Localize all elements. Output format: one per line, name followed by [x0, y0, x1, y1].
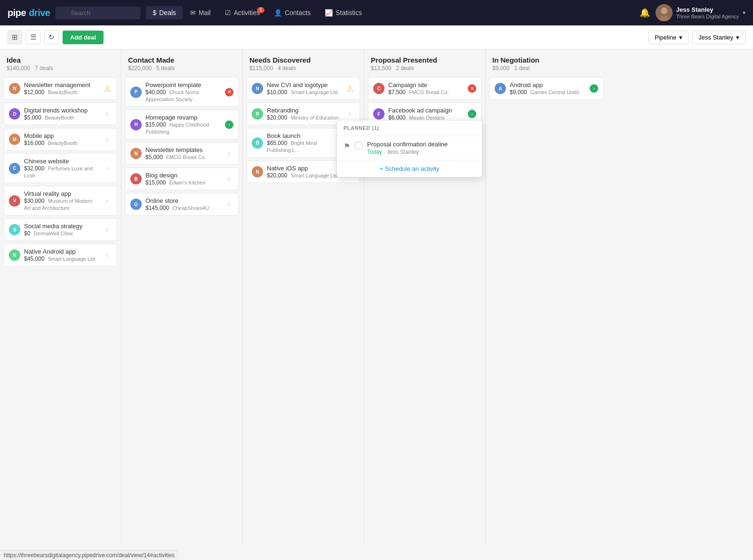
deal-card-19[interactable]: A Android app $9,000 Games Central Unitd…: [489, 77, 603, 100]
activity-today: Today: [367, 149, 382, 155]
green-circle-icon: ›: [225, 120, 233, 129]
warning-icon: ⚠: [345, 84, 355, 93]
card-title: Social media strategy: [24, 223, 99, 230]
card-title: Native Android app: [24, 248, 99, 255]
deal-card-4[interactable]: C Chinese website $32,000 Perfumes Luxe …: [4, 153, 117, 183]
nav-item-activities[interactable]: ☑ Activities 5: [218, 6, 266, 19]
card-company: Smart Language Ltd: [291, 89, 338, 95]
kanban-view-button[interactable]: ⊞: [8, 30, 22, 44]
card-price-company: $16,000 BeautyBooth: [24, 139, 99, 146]
card-body: Digital trends workshop $5,000 BeautyBoo…: [24, 107, 99, 121]
avatar-image: [656, 4, 673, 21]
mail-icon: ✉: [190, 9, 196, 16]
col-title-contact_made: Contact Made: [128, 56, 236, 64]
user-menu[interactable]: Jess Stanley Three Bears Digital Agency …: [656, 4, 745, 21]
activity-title: Proposal confirmation dealine: [367, 141, 475, 148]
nav-item-statistics[interactable]: 📈 Statistics: [318, 6, 368, 19]
deal-card-7[interactable]: N Native Android app $45,000 Smart Langu…: [4, 244, 117, 266]
card-body: Virtual reality app $30,000 Museum of Mo…: [24, 190, 99, 211]
card-body: Native iOS app $20,000 Smart Language Lt…: [267, 165, 342, 179]
card-title: Mobile app: [24, 132, 99, 139]
card-price-company: $20,000 Ministry of Education: [267, 114, 342, 121]
deal-card-9[interactable]: H Homepage revamp $15,000 Happy Childhoo…: [125, 110, 239, 139]
card-title: Online store: [145, 197, 220, 204]
card-avatar: B: [130, 173, 142, 184]
nav-item-mail[interactable]: ✉ Mail: [184, 6, 217, 19]
nav-items: $ Deals ✉ Mail ☑ Activities 5 👤 Contacts…: [146, 6, 637, 19]
deal-card-13[interactable]: N New CVI and logotype $10,000 Smart Lan…: [247, 77, 360, 100]
card-title: Rebranding: [267, 107, 342, 114]
nav-contacts-label: Contacts: [285, 9, 311, 16]
pipeline-filter-label: Pipeline: [655, 34, 676, 41]
card-company: DermaWell Clinic: [34, 231, 73, 236]
user-filter[interactable]: Jess Stanley ▾: [692, 31, 745, 44]
toolbar-filters: Pipeline ▾ Jess Stanley ▾: [649, 31, 745, 44]
card-company: Smart Language Ltd: [48, 256, 95, 262]
deal-card-12[interactable]: O Online store $145,000 CheapShoes4U ›: [125, 193, 239, 216]
popup-activity-item: ⚑ Proposal confirmation dealine Today · …: [337, 136, 482, 160]
notification-bell[interactable]: 🔔: [640, 8, 650, 18]
deal-card-3[interactable]: M Mobile app $16,000 BeautyBooth ›: [4, 128, 117, 151]
card-price: $45,000: [24, 256, 44, 262]
card-avatar: V: [9, 195, 20, 207]
card-body: Native Android app $45,000 Smart Languag…: [24, 248, 99, 262]
card-body: Powerpoint template $40,000 Chuck Norris…: [145, 81, 221, 103]
deal-card-1[interactable]: N Newsletter management $12,000 BeautyBo…: [4, 77, 117, 100]
deal-card-2[interactable]: D Digital trends workshop $5,000 BeautyB…: [4, 103, 117, 125]
warning-icon: ⚠: [103, 84, 112, 93]
card-body: Social media strategy $0 DermaWell Clini…: [24, 223, 99, 237]
card-avatar: N: [9, 83, 20, 94]
arrow-icon: ›: [103, 109, 112, 119]
logo-drive: drive: [29, 8, 50, 18]
card-body: Book launch $65,000 Bright Mind Publishi…: [267, 132, 342, 153]
card-price: $5,000: [24, 114, 41, 121]
deal-card-6[interactable]: S Social media strategy $0 DermaWell Cli…: [4, 218, 117, 241]
card-price: $20,000: [267, 172, 287, 179]
card-avatar: C: [9, 163, 20, 174]
card-avatar: R: [252, 108, 263, 120]
card-title: New CVI and logotype: [267, 81, 342, 88]
add-deal-button[interactable]: Add deal: [63, 31, 104, 44]
green-circle-icon: ›: [468, 110, 476, 118]
card-company: FMCG Bread Co.: [409, 89, 449, 95]
nav-item-deals[interactable]: $ Deals: [146, 6, 183, 19]
schedule-activity-button[interactable]: + Schedule an activity: [337, 160, 482, 177]
deal-card-5[interactable]: V Virtual reality app $30,000 Museum of …: [4, 186, 117, 216]
deal-card-11[interactable]: B Blog design $15,000 Edwin's Kitchen ›: [125, 168, 239, 190]
statistics-icon: 📈: [325, 9, 333, 16]
pipeline-filter[interactable]: Pipeline ▾: [649, 31, 689, 44]
deal-card-8[interactable]: P Powerpoint template $40,000 Chuck Norr…: [125, 77, 239, 107]
card-body: Facebook ad campaign $6,000 Mayan Design…: [388, 107, 464, 121]
card-price: $20,000: [267, 114, 287, 121]
activity-separator: ·: [382, 149, 387, 155]
user-filter-chevron-icon: ▾: [736, 34, 739, 41]
col-meta-contact_made: $220,000 5 deals: [128, 65, 236, 72]
logo-pipe: pipe: [8, 8, 26, 18]
activity-user: Jess Stanley: [387, 149, 419, 155]
card-avatar: C: [373, 83, 385, 94]
col-header-idea: Idea $140,000 7 deals: [0, 49, 121, 75]
card-price: $15,000: [145, 121, 166, 128]
card-price: $5,000: [145, 154, 163, 160]
toolbar: ⊞ ☰ ↻ Add deal Pipeline ▾ Jess Stanley ▾: [0, 25, 753, 49]
card-body: Chinese website $32,000 Perfumes Luxe an…: [24, 158, 99, 179]
deal-card-17[interactable]: C Campaign site $7,500 FMCG Bread Co. ✕: [368, 77, 481, 100]
card-price: $10,000: [267, 89, 287, 96]
user-filter-label: Jess Stanley: [698, 34, 733, 41]
refresh-button[interactable]: ↻: [44, 30, 59, 44]
nav-item-contacts[interactable]: 👤 Contacts: [267, 6, 317, 19]
nav-statistics-label: Statistics: [336, 9, 362, 16]
user-company: Three Bears Digital Agency: [676, 14, 739, 19]
card-price-company: $15,000 Happy Childhood Publishing: [145, 121, 221, 135]
deal-card-10[interactable]: N Newsletter templates $5,000 FMCG Bread…: [125, 142, 239, 165]
arrow-icon: ›: [224, 200, 233, 209]
col-header-needs_discovered: Needs Discovered $115,000 4 deals: [243, 49, 364, 75]
card-avatar: S: [9, 224, 20, 235]
list-view-button[interactable]: ☰: [26, 30, 40, 44]
kanban-column-idea: Idea $140,000 7 deals N Newsletter manag…: [0, 49, 121, 544]
card-avatar: O: [130, 199, 142, 210]
card-price-company: $9,000 Games Central Unitd: [510, 88, 586, 96]
search-input[interactable]: [56, 7, 140, 19]
activity-checkbox[interactable]: [355, 142, 362, 149]
card-price: $40,000: [145, 89, 166, 96]
